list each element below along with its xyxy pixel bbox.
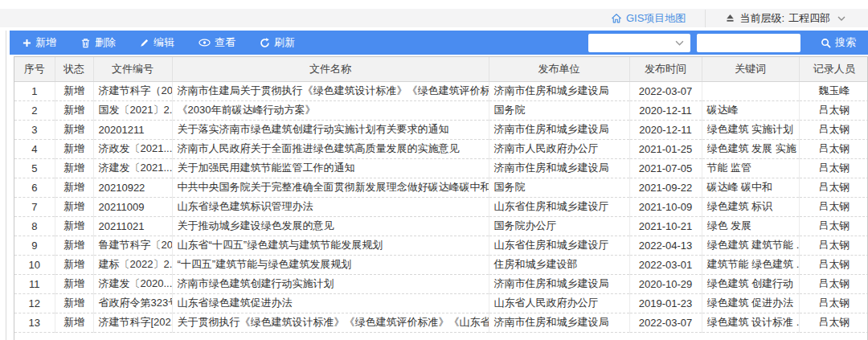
- edit-button[interactable]: 编辑: [140, 35, 174, 50]
- cell-publish-date: 2022-04-13: [629, 236, 702, 255]
- cell-keywords: 碳达峰 碳中和: [702, 178, 799, 197]
- cell-publish-date: 2021-10-09: [629, 197, 702, 216]
- column-header-status: 状态: [55, 57, 93, 81]
- table-row[interactable]: 3新增20201211关于落实济南市绿色建筑创建行动实施计划有关要求的通知济南市…: [14, 120, 868, 139]
- cell-no: 9: [14, 236, 55, 255]
- cell-status: 新增: [55, 216, 93, 236]
- table-row[interactable]: 10新增建标〔2022〕2...“十四五”建筑节能与绿色建筑发展规划住房和城乡建…: [14, 255, 868, 274]
- delete-button[interactable]: 删除: [80, 35, 116, 50]
- level-icon: [725, 13, 735, 23]
- cell-keywords: 绿色建筑 标识: [702, 197, 799, 216]
- column-header-doc-name: 文件名称: [172, 57, 489, 81]
- cell-doc-number: 建标〔2022〕2...: [93, 255, 172, 274]
- cell-no: 2: [14, 100, 55, 120]
- current-level-dropdown[interactable]: 当前层级: 工程四部: [725, 11, 845, 26]
- cell-publisher: 济南市人民政府办公厅: [489, 139, 629, 158]
- cell-publisher: 住房和城乡建设部: [489, 255, 629, 274]
- search-input[interactable]: [697, 34, 800, 52]
- table-header: 序号状态文件编号文件名称发布单位发布时间关键词记录人员: [14, 57, 868, 81]
- cell-doc-name: 关于加强民用建筑节能监管工作的通知: [172, 158, 489, 178]
- table-row[interactable]: 7新增20211009山东省绿色建筑标识管理办法山东省住房和城乡建设厅2021-…: [14, 197, 868, 216]
- cell-status: 新增: [55, 293, 93, 313]
- cell-status: 新增: [55, 178, 93, 197]
- cell-keywords: 节能 监管: [702, 158, 799, 178]
- cell-status: 新增: [55, 100, 93, 120]
- table-row[interactable]: 4新增济政发〔2021...济南市人民政府关于全面推进绿色建筑高质量发展的实施意…: [14, 139, 868, 158]
- table-row[interactable]: 12新增省政府令第323号山东省绿色建筑促进办法山东省人民政府办公厅2019-0…: [14, 293, 868, 313]
- cell-publisher: 济南市住房和城乡建设局: [489, 274, 629, 293]
- cell-no: 1: [14, 81, 55, 100]
- cell-doc-name: 济南市绿色建筑创建行动实施计划: [172, 274, 489, 293]
- table-row[interactable]: 6新增20210922中共中央国务院关于完整准确全面贯彻新发展理念做好碳达峰碳中…: [14, 178, 868, 197]
- cell-no: 12: [14, 293, 55, 313]
- cell-publisher: 国务院办公厅: [489, 216, 629, 236]
- cell-doc-number: 鲁建节科字〔20...: [93, 236, 172, 255]
- cell-recorder: 吕太钢: [799, 293, 868, 313]
- column-header-keywords: 关键词: [702, 57, 799, 81]
- cell-keywords: 碳达峰: [702, 100, 799, 120]
- column-header-recorder: 记录人员: [799, 57, 868, 81]
- table-row[interactable]: 13新增济建节科字[202...关于贯彻执行《绿色建筑设计标准》《绿色建筑评价标…: [14, 313, 868, 332]
- cell-doc-name: 山东省“十四五”绿色建筑与建筑节能发展规划: [172, 236, 489, 255]
- cell-doc-number: 省政府令第323号: [93, 293, 172, 313]
- cell-publisher: 山东省住房和城乡建设厅: [489, 236, 629, 255]
- table-row[interactable]: 5新增济建发〔2021...关于加强民用建筑节能监管工作的通知济南市住房和城乡建…: [14, 158, 868, 178]
- cell-keywords: 建筑节能 绿色建筑 ...: [702, 255, 799, 274]
- top-bar: GIS项目地图 当前层级: 工程四部: [0, 9, 868, 27]
- refresh-icon: [260, 38, 270, 48]
- cell-publisher: 国务院: [489, 100, 629, 120]
- app-screen: GIS项目地图 当前层级: 工程四部 新增 删除: [0, 0, 868, 340]
- cell-recorder: 吕太钢: [799, 255, 868, 274]
- add-button-label: 新增: [35, 35, 56, 50]
- cell-doc-name: “十四五”建筑节能与绿色建筑发展规划: [172, 255, 489, 274]
- cell-status: 新增: [55, 313, 93, 332]
- cell-doc-number: 济建节科字[202...: [93, 313, 172, 332]
- table-row[interactable]: 8新增20211021关于推动城乡建设绿色发展的意见国务院办公厅2021-10-…: [14, 216, 868, 236]
- cell-doc-name: 关于推动城乡建设绿色发展的意见: [172, 216, 489, 236]
- cell-publish-date: 2022-03-01: [629, 255, 702, 274]
- cell-recorder: 魏玉峰: [799, 81, 868, 100]
- panel-splitter[interactable]: [0, 31, 6, 340]
- cell-keywords: 绿色 发展: [702, 216, 799, 236]
- cell-publish-date: 2020-10-29: [629, 274, 702, 293]
- refresh-button[interactable]: 刷新: [260, 35, 295, 50]
- cell-status: 新增: [55, 81, 93, 100]
- cell-publish-date: 2022-03-07: [629, 81, 702, 100]
- gis-link-label: GIS项目地图: [626, 11, 686, 26]
- table-row[interactable]: 1新增济建节科字（20...济南市住建局关于贯彻执行《绿色建筑设计标准》《绿色建…: [14, 81, 868, 100]
- filter-select[interactable]: [588, 34, 690, 52]
- cell-publisher: 济南市住房和城乡建设局: [489, 120, 629, 139]
- cell-recorder: 吕太钢: [799, 139, 868, 158]
- cell-status: 新增: [55, 120, 93, 139]
- search-button-label: 搜索: [835, 35, 856, 50]
- cell-publish-date: 2021-01-25: [629, 139, 702, 158]
- toolbar: 新增 删除 编辑 查看 刷新: [10, 31, 868, 55]
- view-button[interactable]: 查看: [199, 35, 235, 50]
- cell-status: 新增: [55, 255, 93, 274]
- cell-status: 新增: [55, 158, 93, 178]
- add-button[interactable]: 新增: [23, 35, 56, 50]
- cell-publish-date: 2020-12-11: [629, 120, 702, 139]
- cell-doc-number: 20211021: [93, 216, 172, 236]
- cell-doc-name: 山东省绿色建筑促进办法: [172, 293, 489, 313]
- topbar-divider: [705, 10, 706, 27]
- search-button[interactable]: 搜索: [807, 31, 868, 55]
- cell-doc-name: 济南市人民政府关于全面推进绿色建筑高质量发展的实施意见: [172, 139, 489, 158]
- table-row[interactable]: 11新增济建发〔2020...济南市绿色建筑创建行动实施计划济南市住房和城乡建设…: [14, 274, 868, 293]
- table-row[interactable]: 2新增国发〔2021〕2...《2030年前碳达峰行动方案》国务院2020-12…: [14, 100, 868, 120]
- plus-icon: [23, 39, 31, 47]
- cell-doc-number: 济建发〔2020...: [93, 274, 172, 293]
- table-row[interactable]: 9新增鲁建节科字〔20...山东省“十四五”绿色建筑与建筑节能发展规划山东省住房…: [14, 236, 868, 255]
- cell-publish-date: 2019-01-23: [629, 293, 702, 313]
- cell-status: 新增: [55, 236, 93, 255]
- cell-recorder: 吕太钢: [799, 274, 868, 293]
- gis-project-map-link[interactable]: GIS项目地图: [611, 11, 686, 26]
- cell-keywords: 绿色建筑 创建行动: [702, 274, 799, 293]
- current-level-label: 当前层级:: [739, 11, 784, 26]
- cell-recorder: 吕太钢: [799, 158, 868, 178]
- cell-doc-number: 济政发〔2021...: [93, 139, 172, 158]
- cell-no: 8: [14, 216, 55, 236]
- cell-doc-number: 20201211: [93, 120, 172, 139]
- column-header-no: 序号: [14, 57, 55, 81]
- cell-publish-date: 2021-07-05: [629, 158, 702, 178]
